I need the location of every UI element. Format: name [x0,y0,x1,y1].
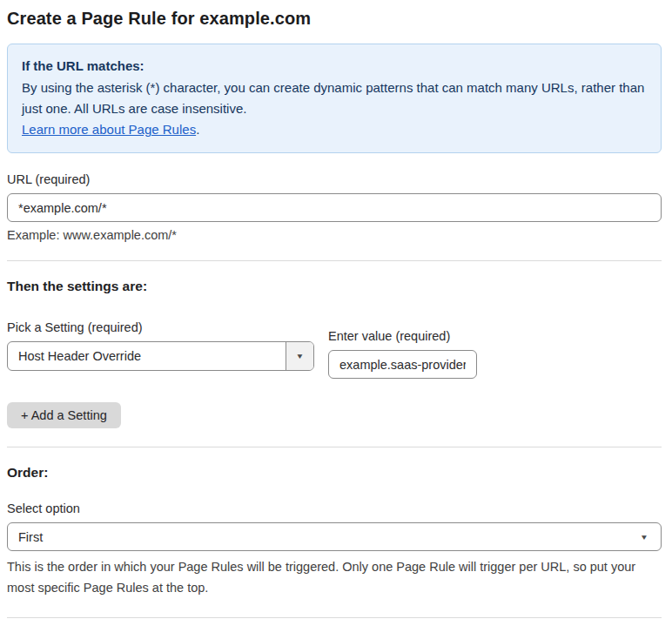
add-setting-button[interactable]: + Add a Setting [7,402,121,428]
info-box-body: By using the asterisk (*) character, you… [22,77,647,119]
chevron-down-icon: ▼ [296,353,305,360]
info-box-link-line: Learn more about Page Rules. [22,119,647,140]
divider [7,617,662,618]
order-section-heading: Order: [7,465,662,481]
url-match-info-box: If the URL matches: By using the asteris… [7,44,662,153]
order-helper-text: This is the order in which your Page Rul… [7,556,658,598]
order-select-label: Select option [7,501,662,515]
enter-value-label: Enter value (required) [328,329,477,343]
url-field-label: URL (required) [7,172,662,186]
url-example-text: Example: www.example.com/* [7,228,662,242]
setting-dropdown-value: Host Header Override [8,342,286,370]
settings-row: Pick a Setting (required) Host Header Ov… [7,320,662,379]
link-suffix: . [196,122,199,137]
divider [7,447,662,447]
chevron-down-icon: ▼ [640,533,648,541]
divider [7,260,662,261]
order-select[interactable]: First ▼ [7,522,662,551]
setting-dropdown-arrow-button[interactable]: ▼ [286,342,313,370]
enter-value-column: Enter value (required) [328,329,477,379]
setting-value-input[interactable] [328,350,477,379]
setting-dropdown[interactable]: Host Header Override ▼ [7,341,314,371]
page-title: Create a Page Rule for example.com [7,9,662,29]
pick-setting-label: Pick a Setting (required) [7,320,314,334]
order-select-value: First [18,530,43,544]
settings-section-heading: Then the settings are: [7,279,662,294]
learn-more-link[interactable]: Learn more about Page Rules [22,122,196,137]
url-input[interactable] [7,193,662,222]
pick-setting-column: Pick a Setting (required) Host Header Ov… [7,320,314,379]
info-box-heading: If the URL matches: [22,56,647,77]
